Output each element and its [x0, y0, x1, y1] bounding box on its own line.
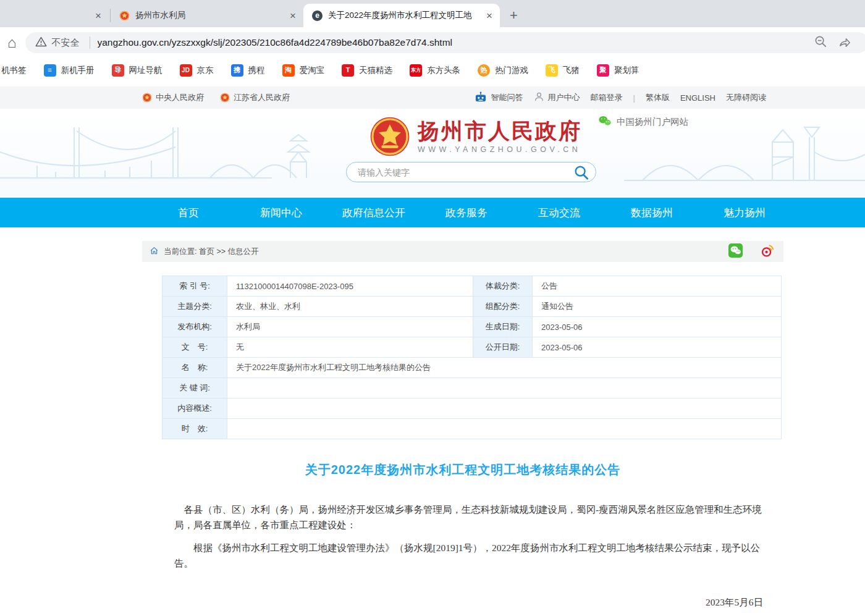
meta-label: 生成日期: — [473, 317, 532, 337]
bookmark-label: 京东 — [197, 65, 214, 76]
bookmark-item[interactable]: 飞飞猪 — [537, 64, 588, 77]
bookmark-item[interactable]: 聚聚划算 — [588, 64, 648, 77]
portal-link-label: 中国扬州门户网站 — [617, 116, 688, 128]
bookmark-favicon-icon: 东方 — [410, 64, 422, 77]
user-center-link[interactable]: 用户中心 — [534, 91, 580, 104]
accessibility-link[interactable]: 无障碍阅读 — [726, 92, 766, 103]
meta-label: 索 引 号: — [162, 276, 227, 296]
nav-data-yangzhou[interactable]: 数据扬州 — [606, 198, 698, 227]
robot-icon — [474, 91, 487, 104]
nav-news-center[interactable]: 新闻中心 — [235, 198, 327, 227]
bookmark-label: 聚划算 — [614, 65, 639, 76]
bookmark-item[interactable]: T天猫精选 — [333, 64, 401, 77]
meta-label: 主题分类: — [162, 297, 227, 316]
meta-value — [227, 399, 781, 418]
smart-qa-link[interactable]: 智能问答 — [474, 91, 523, 104]
bookmark-item[interactable]: JD京东 — [171, 64, 222, 77]
warning-icon[interactable] — [35, 36, 47, 50]
bookmark-item[interactable]: ≡新机手册 — [35, 64, 103, 77]
breadcrumb-home-icon[interactable] — [150, 246, 159, 258]
meta-value: 农业、林业、水利 — [227, 297, 473, 316]
mail-login-link[interactable]: 邮箱登录 — [591, 92, 623, 103]
meta-value — [227, 419, 781, 439]
meta-row: 文 号: 无 公开日期: 2023-05-06 — [162, 337, 781, 357]
new-tab-button[interactable]: + — [510, 9, 518, 22]
browser-tab-bar: × 扬州市水利局 × e 关于2022年度扬州市水利工程文明工地 × + — [0, 0, 865, 27]
omnibox[interactable]: 不安全 yangzhou.gov.cn/yzszxxgk/slj/202305/… — [25, 32, 865, 53]
search-input[interactable] — [357, 167, 573, 178]
site-logo[interactable]: 扬州市人民政府 WWW.YANGZHOU.GOV.CN — [369, 116, 582, 157]
link-label: 智能问答 — [491, 92, 523, 103]
meta-label: 名 称: — [162, 358, 227, 378]
meta-row: 名 称: 关于2022年度扬州市水利工程文明工地考核结果的公告 — [162, 357, 781, 378]
nav-gov-services[interactable]: 政务服务 — [420, 198, 513, 227]
tab-title: 关于2022年度扬州市水利工程文明工地 — [328, 10, 479, 21]
bookmark-label: 东方头条 — [427, 65, 460, 76]
bookmark-item[interactable]: 机书签 — [0, 65, 35, 76]
traditional-version-link[interactable]: 繁体版 — [646, 92, 670, 103]
browser-address-bar: ⌂ 不安全 yangzhou.gov.cn/yzszxxgk/slj/20230… — [0, 27, 865, 58]
site-favicon-icon: e — [312, 11, 323, 21]
portal-wechat-link[interactable]: 中国扬州门户网站 — [598, 115, 688, 129]
bookmark-label: 爱淘宝 — [300, 65, 325, 76]
national-emblem-icon — [142, 93, 152, 103]
home-icon[interactable]: ⌂ — [7, 34, 17, 51]
meta-value: 11321000014407098E-2023-095 — [227, 276, 473, 296]
close-tab-icon[interactable]: × — [485, 11, 494, 21]
article-title: 关于2022年度扬州市水利工程文明工地考核结果的公告 — [142, 462, 783, 478]
national-emblem-icon — [369, 116, 410, 157]
share-icon[interactable] — [838, 35, 851, 51]
nav-interaction[interactable]: 互动交流 — [513, 198, 606, 227]
tab-active-announcement[interactable]: e 关于2022年度扬州市水利工程文明工地 × — [303, 4, 500, 27]
bookmark-label: 热门游戏 — [495, 65, 528, 76]
link-label: 用户中心 — [548, 92, 580, 103]
national-emblem-icon — [220, 93, 230, 103]
bookmark-item[interactable]: 导网址导航 — [103, 64, 171, 77]
url-text[interactable]: yangzhou.gov.cn/yzszxxgk/slj/202305/210c… — [98, 37, 815, 48]
english-version-link[interactable]: ENGLISH — [680, 93, 715, 103]
link-jiangsu-government[interactable]: 江苏省人民政府 — [220, 92, 290, 103]
bookmark-item[interactable]: 热热门游戏 — [469, 64, 537, 77]
tab-water-bureau[interactable]: 扬州市水利局 × — [111, 4, 303, 27]
meta-value: 水利局 — [227, 317, 473, 337]
meta-row: 内容概述: — [162, 398, 781, 418]
nav-home[interactable]: 首页 — [142, 198, 235, 227]
close-tab-icon[interactable]: × — [289, 11, 297, 21]
bookmarks-bar: 机书签 ≡新机手册 导网址导航 JD京东 携携程 淘爱淘宝 T天猫精选 东方东方… — [0, 58, 865, 82]
site-header-banner: 扬州市人民政府 WWW.YANGZHOU.GOV.CN 中国扬州门户网站 — [0, 109, 865, 198]
main-navigation: 首页 新闻中心 政府信息公开 政务服务 互动交流 数据扬州 魅力扬州 — [0, 198, 865, 227]
breadcrumb-text[interactable]: 当前位置: 首页 >> 信息公开 — [164, 247, 259, 257]
meta-label: 组配分类: — [473, 297, 532, 316]
meta-row: 发布机构: 水利局 生成日期: 2023-05-06 — [162, 316, 781, 337]
bookmark-favicon-icon: 聚 — [597, 64, 609, 77]
header-artwork-left — [0, 109, 346, 198]
bookmark-item[interactable]: 东方东方头条 — [401, 64, 469, 77]
bookmark-label: 飞猪 — [563, 65, 580, 76]
bookmark-label: 网址导航 — [129, 65, 162, 76]
meta-label: 时 效: — [162, 419, 227, 439]
document-meta-table: 索 引 号: 11321000014407098E-2023-095 体裁分类:… — [162, 276, 782, 439]
share-weibo-icon[interactable] — [761, 243, 775, 260]
search-icon[interactable] — [573, 164, 589, 180]
close-tab-icon[interactable]: × — [94, 11, 103, 21]
nav-gov-info-disclosure[interactable]: 政府信息公开 — [327, 198, 420, 227]
bookmark-favicon-icon: 携 — [231, 64, 243, 77]
meta-label: 体裁分类: — [473, 276, 532, 296]
meta-row: 时 效: — [162, 418, 781, 439]
bookmark-label: 携程 — [248, 65, 265, 76]
meta-row: 索 引 号: 11321000014407098E-2023-095 体裁分类:… — [162, 276, 781, 296]
meta-value: 2023-05-06 — [532, 317, 781, 337]
link-label: 中央人民政府 — [156, 92, 204, 103]
site-search-box — [346, 162, 596, 182]
bookmark-favicon-icon: JD — [180, 64, 192, 77]
meta-row: 主题分类: 农业、林业、水利 组配分类: 通知公告 — [162, 296, 781, 316]
zoom-out-icon[interactable] — [814, 35, 827, 51]
meta-row: 关 键 词: — [162, 378, 781, 398]
link-central-government[interactable]: 中央人民政府 — [142, 92, 204, 103]
bookmark-item[interactable]: 携携程 — [222, 64, 274, 77]
share-wechat-icon[interactable] — [728, 243, 743, 260]
nav-charm-yangzhou[interactable]: 魅力扬州 — [698, 198, 791, 227]
tab-partial[interactable]: × — [0, 4, 110, 27]
article-paragraph: 各县（市、区）水利（务）局，扬州经济开发区城乡事务管理局，生态科技新城规划建设局… — [174, 502, 763, 533]
bookmark-item[interactable]: 淘爱淘宝 — [274, 64, 334, 77]
